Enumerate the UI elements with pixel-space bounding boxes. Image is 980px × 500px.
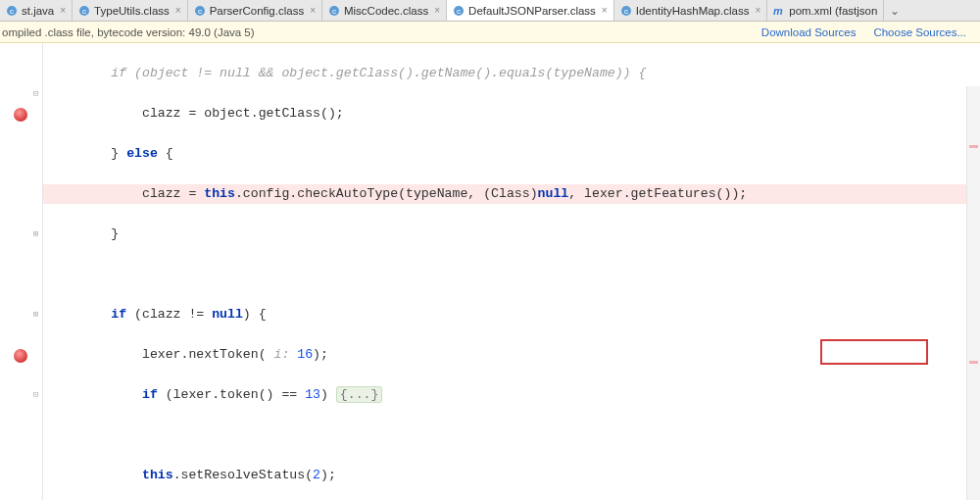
fold-handle-icon[interactable]: ⊞: [31, 230, 40, 239]
maven-icon: m: [773, 5, 785, 17]
tab-label: TypeUtils.class: [94, 5, 170, 17]
code-line: if (clazz != null) {: [43, 305, 980, 325]
code-line: if (lexer.token() == 13) {...}: [43, 385, 980, 406]
tab-label: IdentityHashMap.class: [636, 5, 750, 17]
code-line: [43, 425, 980, 446]
tab-typeutils[interactable]: c TypeUtils.class ×: [73, 0, 188, 21]
code-line: } else {: [43, 144, 980, 165]
tab-pom-xml[interactable]: m pom.xml (fastjson: [767, 0, 884, 21]
tab-label: st.java: [22, 5, 54, 17]
breakpoint-icon[interactable]: [14, 108, 27, 122]
editor-tabs: c st.java × c TypeUtils.class × c Parser…: [0, 0, 980, 22]
code-editor[interactable]: ⊟ ⊞ ⊞ ⊟ if (object != null && object.get…: [0, 43, 980, 500]
code-line: }: [43, 225, 980, 245]
editor-scrollbar[interactable]: [966, 86, 980, 500]
banner-text: ompiled .class file, bytecode version: 4…: [2, 26, 255, 38]
fold-handle-icon[interactable]: ⊟: [31, 391, 40, 400]
error-stripe-mark[interactable]: [969, 361, 978, 364]
close-icon[interactable]: ×: [60, 5, 66, 16]
error-stripe-mark[interactable]: [969, 145, 978, 148]
decompiled-banner: ompiled .class file, bytecode version: 4…: [0, 22, 980, 43]
java-class-icon: c: [6, 5, 18, 17]
java-class-icon: c: [328, 5, 340, 17]
code-line: if (object != null && object.getClass().…: [43, 64, 980, 84]
close-icon[interactable]: ×: [434, 5, 440, 16]
close-icon[interactable]: ×: [310, 5, 316, 16]
tab-label: DefaultJSONParser.class: [468, 5, 596, 17]
svg-text:m: m: [773, 5, 783, 17]
chevron-down-icon: ⌄: [890, 4, 900, 18]
code-line: [43, 265, 980, 285]
svg-text:c: c: [10, 7, 14, 16]
svg-text:c: c: [332, 7, 336, 16]
code-line: this.setResolveStatus(2);: [43, 466, 980, 486]
tab-label: ParserConfig.class: [210, 5, 305, 17]
tab-misccodec[interactable]: c MiscCodec.class ×: [322, 0, 447, 21]
java-class-icon: c: [194, 5, 206, 17]
choose-sources-link[interactable]: Choose Sources...: [873, 26, 966, 38]
code-line: clazz = object.getClass();: [43, 104, 980, 125]
tab-parserconfig[interactable]: c ParserConfig.class ×: [188, 0, 322, 21]
code-body[interactable]: if (object != null && object.getClass().…: [43, 43, 980, 500]
svg-text:c: c: [457, 7, 461, 16]
download-sources-link[interactable]: Download Sources: [761, 26, 857, 38]
fold-handle-icon[interactable]: ⊟: [31, 90, 40, 99]
fold-handle-icon[interactable]: ⊞: [31, 311, 40, 320]
svg-text:c: c: [198, 7, 202, 16]
svg-text:c: c: [82, 7, 86, 16]
java-class-icon: c: [620, 5, 632, 17]
breakpoint-icon[interactable]: [14, 349, 27, 363]
close-icon[interactable]: ×: [602, 5, 608, 16]
tab-label: MiscCodec.class: [344, 5, 428, 17]
java-class-icon: c: [78, 5, 90, 17]
tab-defaultjsonparser[interactable]: c DefaultJSONParser.class ×: [447, 0, 614, 21]
gutter[interactable]: ⊟ ⊞ ⊞ ⊟: [0, 43, 43, 500]
code-line: clazz = this.config.checkAutoType(typeNa…: [43, 184, 980, 205]
svg-text:c: c: [624, 7, 628, 16]
close-icon[interactable]: ×: [175, 5, 181, 16]
code-line: lexer.nextToken( i: 16);: [43, 345, 980, 366]
tab-label: pom.xml (fastjson: [789, 5, 877, 17]
tab-identityhashmap[interactable]: c IdentityHashMap.class ×: [614, 0, 768, 21]
java-class-icon: c: [453, 5, 465, 17]
close-icon[interactable]: ×: [755, 5, 760, 16]
tab-st-java[interactable]: c st.java ×: [0, 0, 73, 21]
tabs-overflow[interactable]: ⌄: [884, 0, 906, 21]
